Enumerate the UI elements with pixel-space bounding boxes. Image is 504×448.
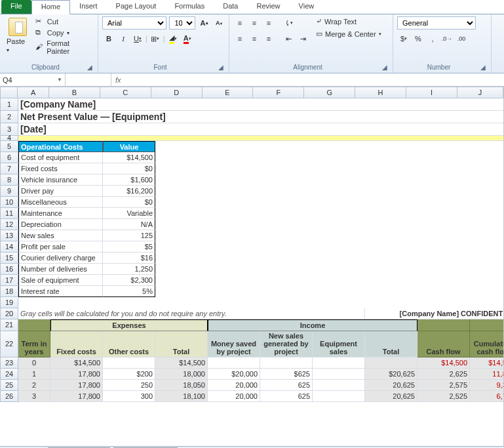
cell[interactable]: $2,300 bbox=[103, 275, 155, 286]
row-header[interactable]: 26 bbox=[0, 391, 18, 402]
row-header[interactable]: 19 bbox=[0, 297, 18, 308]
cell[interactable]: Fixed costs bbox=[50, 331, 103, 357]
row-header[interactable]: 4 bbox=[0, 136, 18, 141]
column-header[interactable]: D bbox=[151, 87, 203, 98]
cell[interactable]: Value bbox=[103, 141, 155, 152]
cell[interactable]: Operational Costs bbox=[18, 141, 103, 152]
comma-button[interactable]: , bbox=[426, 32, 439, 45]
cell[interactable]: Maintenance bbox=[18, 208, 103, 219]
row-header[interactable]: 23 bbox=[0, 357, 18, 369]
font-size-select[interactable]: 10 bbox=[169, 16, 195, 30]
fx-icon[interactable]: fx bbox=[115, 76, 121, 84]
tab-view[interactable]: View bbox=[290, 0, 324, 14]
cell[interactable]: 9,300 bbox=[470, 380, 504, 391]
cell[interactable] bbox=[470, 319, 504, 331]
cell[interactable]: N/A bbox=[103, 219, 155, 230]
cell[interactable]: Income bbox=[208, 319, 417, 331]
row-header[interactable]: 10 bbox=[0, 197, 18, 208]
decrease-decimal-button[interactable]: .00 bbox=[455, 32, 468, 45]
format-painter-button[interactable]: 🖌Format Painter bbox=[34, 39, 94, 56]
row-header[interactable]: 2 bbox=[0, 111, 18, 123]
cell[interactable] bbox=[313, 357, 365, 369]
cell[interactable]: 1 bbox=[18, 369, 50, 380]
formula-input[interactable] bbox=[125, 76, 500, 84]
dialog-launcher-icon[interactable]: ◢ bbox=[218, 64, 223, 71]
cell[interactable]: $16 bbox=[103, 253, 155, 264]
cell[interactable]: Cumulative cash flow bbox=[470, 331, 504, 357]
name-box[interactable]: Q4▼ bbox=[0, 73, 66, 86]
wrap-text-button[interactable]: ⤶ Wrap Text bbox=[315, 16, 383, 26]
cell[interactable]: 2,525 bbox=[417, 391, 470, 402]
dialog-launcher-icon[interactable]: ◢ bbox=[87, 64, 92, 71]
number-format-select[interactable]: General bbox=[397, 16, 476, 30]
dialog-launcher-icon[interactable]: ◢ bbox=[480, 64, 486, 71]
column-header[interactable]: G bbox=[304, 87, 355, 98]
cell[interactable] bbox=[313, 391, 365, 402]
cell[interactable] bbox=[103, 357, 155, 369]
row-header[interactable]: 21 bbox=[0, 319, 18, 331]
cell[interactable]: $5 bbox=[103, 241, 155, 253]
column-header[interactable]: I bbox=[406, 87, 457, 98]
align-bottom-button[interactable]: ≡ bbox=[262, 16, 275, 30]
cell[interactable]: Vehicle insurance bbox=[18, 174, 103, 186]
cell[interactable]: Total bbox=[365, 331, 417, 357]
cell[interactable]: Cash flow bbox=[417, 331, 470, 357]
cell[interactable]: Gray cells will be calculated for you an… bbox=[18, 308, 365, 319]
cell[interactable]: 17,800 bbox=[50, 369, 103, 380]
cell[interactable]: 2 bbox=[18, 380, 50, 391]
column-header[interactable]: C bbox=[100, 87, 151, 98]
cell[interactable]: Expenses bbox=[50, 319, 208, 331]
outdent-button[interactable]: ⇤ bbox=[282, 32, 295, 45]
cell[interactable] bbox=[260, 357, 313, 369]
row-header[interactable]: 20 bbox=[0, 308, 18, 319]
row-header[interactable]: 1 bbox=[0, 98, 18, 111]
currency-button[interactable]: $▾ bbox=[397, 32, 410, 45]
cell[interactable]: Fixed costs bbox=[18, 163, 103, 174]
column-header[interactable]: J bbox=[457, 87, 503, 98]
row-header[interactable]: 25 bbox=[0, 380, 18, 391]
cell[interactable]: $14,500 bbox=[470, 357, 504, 369]
cell[interactable]: 0 bbox=[18, 357, 50, 369]
tab-page-layout[interactable]: Page Layout bbox=[107, 0, 166, 14]
indent-button[interactable]: ⇥ bbox=[296, 32, 309, 45]
cell[interactable]: 18,050 bbox=[155, 380, 208, 391]
cell[interactable]: $20,625 bbox=[365, 369, 417, 380]
cell[interactable]: 625 bbox=[260, 380, 313, 391]
orientation-button[interactable]: ⤹▾ bbox=[282, 16, 295, 30]
cell[interactable]: Variable bbox=[103, 208, 155, 219]
shrink-font-button[interactable]: A▾ bbox=[213, 16, 225, 30]
cell[interactable]: Depreciation bbox=[18, 219, 103, 230]
cell[interactable]: 11,875 bbox=[470, 369, 504, 380]
cell[interactable]: $14,500 bbox=[103, 152, 155, 163]
cell[interactable]: 17,800 bbox=[50, 380, 103, 391]
cut-button[interactable]: ✂Cut bbox=[34, 16, 94, 27]
cell[interactable] bbox=[18, 319, 50, 331]
align-left-button[interactable]: ≡ bbox=[233, 32, 246, 45]
cell[interactable]: 18,000 bbox=[155, 369, 208, 380]
cell[interactable]: Interest rate bbox=[18, 286, 103, 297]
row-header[interactable]: 15 bbox=[0, 253, 18, 264]
row-header[interactable]: 8 bbox=[0, 174, 18, 186]
dropdown-icon[interactable]: ▼ bbox=[57, 77, 62, 83]
cell[interactable]: Miscellaneous bbox=[18, 197, 103, 208]
copy-button[interactable]: ⧉Copy ▾ bbox=[34, 28, 94, 38]
cell[interactable]: Courier delivery charge bbox=[18, 253, 103, 264]
paste-button[interactable]: Paste ▾ bbox=[4, 16, 31, 56]
cell[interactable]: 18,100 bbox=[155, 391, 208, 402]
cell[interactable] bbox=[208, 357, 260, 369]
cell[interactable]: 20,625 bbox=[365, 380, 417, 391]
cell[interactable]: 3 bbox=[18, 391, 50, 402]
spreadsheet[interactable]: ABCDEFGHIJ 12345678910111213141516171819… bbox=[0, 87, 504, 446]
cell[interactable]: $16,200 bbox=[103, 186, 155, 197]
italic-button[interactable]: I bbox=[117, 32, 130, 45]
row-header[interactable]: 7 bbox=[0, 163, 18, 174]
tab-formulas[interactable]: Formulas bbox=[165, 0, 214, 14]
cell[interactable]: Net Present Value — [Equipment] bbox=[18, 111, 504, 123]
cell[interactable]: Cost of equipment bbox=[18, 152, 103, 163]
align-top-button[interactable]: ≡ bbox=[233, 16, 246, 30]
cell[interactable]: 20,000 bbox=[208, 380, 260, 391]
cell[interactable]: Term in years bbox=[18, 331, 50, 357]
percent-button[interactable]: % bbox=[412, 32, 425, 45]
row-header[interactable]: 11 bbox=[0, 208, 18, 219]
merge-center-button[interactable]: ▭ Merge & Center ▾ bbox=[315, 29, 383, 39]
